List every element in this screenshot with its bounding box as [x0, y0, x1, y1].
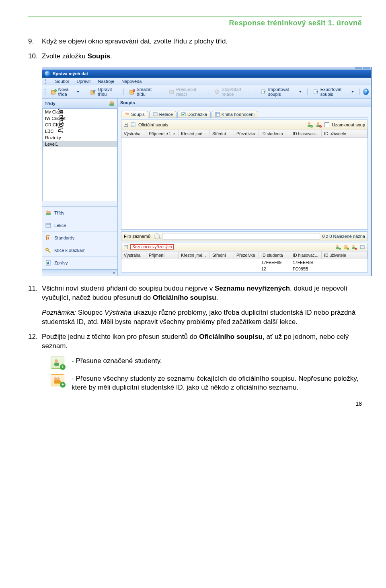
step-9-text: Když se objeví okno spravování dat, zvol… — [42, 37, 228, 46]
tab-relace[interactable]: Relace — [149, 111, 177, 118]
filter-label: Filtr záznamů: — [124, 234, 152, 239]
step-11-text: Všichni noví studenti přidaní do soupisu… — [42, 284, 362, 303]
svg-rect-56 — [360, 246, 364, 249]
classes-list[interactable]: My Class IW Cricket CRICKET LBC Roztoky … — [42, 109, 117, 201]
tb-help-icon[interactable]: ? — [363, 89, 369, 95]
main-tabs: Soupis Relace Docházka Kniha hodnoc — [121, 110, 368, 118]
filter-count: 0 z 0 Nalezené názna — [322, 234, 365, 239]
class-item[interactable]: My Class — [43, 109, 117, 115]
tab-dochazka[interactable]: Docházka — [177, 111, 211, 118]
svg-rect-24 — [48, 262, 49, 264]
svg-text:×: × — [133, 89, 135, 92]
col-surname[interactable]: Příjmení▲1 — [146, 130, 179, 137]
nav-sessions[interactable]: Lekce — [42, 219, 117, 232]
col-nickname[interactable]: Přezdívka — [234, 130, 259, 137]
svg-point-35 — [308, 122, 310, 125]
window-maximize[interactable] — [363, 67, 370, 69]
lock-label: Uzamknout soup — [332, 122, 365, 127]
svg-point-52 — [353, 245, 355, 247]
tb-stop-session: Stop/Start relace — [212, 87, 251, 97]
svg-rect-13 — [109, 103, 114, 106]
toolbar: + Nová třída Upravit třídu × Smazat tříd… — [42, 85, 371, 99]
remove-one-icon[interactable]: − — [316, 122, 322, 128]
class-item[interactable]: IW Cricket — [43, 115, 117, 122]
window-minimize[interactable] — [355, 67, 362, 69]
filter-input[interactable] — [162, 233, 320, 239]
collapse-icon[interactable]: − — [124, 123, 128, 127]
nav-classes[interactable]: Třídy — [42, 207, 117, 219]
import-icon — [261, 89, 267, 95]
tab-soupis[interactable]: Soupis — [121, 111, 148, 118]
pending-columns: Výstraha Příjmení Křestní jmé... Střední… — [121, 252, 368, 259]
menu-file[interactable]: Soubor — [55, 79, 69, 84]
classes-area-label: Plocha tříd — [57, 109, 64, 133]
step-number-12: 12. — [28, 332, 42, 351]
tb-delete-class[interactable]: × Smazat třídu — [127, 87, 160, 97]
svg-rect-44 — [336, 247, 339, 249]
menu-grip — [45, 79, 47, 84]
svg-rect-53 — [352, 247, 355, 249]
note-paragraph: Poznámka: Sloupec Výstraha ukazuje různé… — [42, 308, 362, 327]
menu-tools[interactable]: Nástroje — [98, 79, 114, 84]
move-one-icon[interactable]: + — [335, 244, 341, 250]
tab-kniha[interactable]: Kniha hodnocení — [211, 111, 259, 118]
tb-export[interactable]: Exportovat soupis — [311, 87, 357, 97]
tb-import[interactable]: Importovat soupis — [259, 87, 304, 97]
step-number-11: 11. — [28, 284, 42, 303]
official-roster-box: − Oficiální soupis + − Uzamknout soup Vý… — [121, 120, 368, 230]
pending-misc-icon[interactable] — [359, 244, 365, 250]
menu-help[interactable]: Nápověda — [121, 79, 142, 84]
svg-rect-32 — [131, 123, 135, 127]
tb-edit-class[interactable]: Upravit třídu — [88, 87, 120, 97]
move-selected-text: - Přesune označené studenty. — [72, 357, 162, 366]
svg-point-57 — [55, 359, 58, 363]
svg-rect-17 — [46, 223, 51, 227]
move-all-text: - Přesune všechny studenty ze seznamu če… — [72, 374, 362, 393]
class-item[interactable]: CRICKET — [43, 122, 117, 128]
svg-text:+: + — [347, 248, 349, 250]
pending-title: Seznam nevyřízených — [130, 244, 174, 250]
svg-rect-20 — [48, 237, 49, 239]
tab-kniha-icon — [215, 112, 220, 117]
svg-text:−: − — [355, 248, 357, 250]
nav-collapse[interactable]: » — [42, 269, 117, 276]
tb-new-class[interactable]: + Nová třída — [49, 87, 82, 97]
page-number: 18 — [28, 400, 362, 407]
svg-point-11 — [110, 101, 112, 103]
soupis-pane-header: Soupis — [118, 99, 371, 107]
window-title: Správa mých dat — [53, 71, 88, 76]
menu-edit[interactable]: Upravit — [76, 79, 90, 84]
col-firstname[interactable]: Křestní jmé... — [179, 130, 210, 137]
nav-answerkeys[interactable]: Klíče k otázkám — [42, 244, 117, 257]
col-studentid[interactable]: ID studenta — [259, 130, 290, 137]
col-warning[interactable]: Výstraha — [121, 130, 146, 137]
add-one-icon[interactable]: + — [307, 122, 313, 128]
svg-point-59 — [54, 377, 57, 380]
lock-checkbox[interactable] — [324, 122, 329, 127]
move-all-icon[interactable]: + — [343, 244, 349, 250]
class-item-selected[interactable]: Level1 — [43, 141, 117, 147]
doc-header-title: Response tréninkový sešit 1. úrovně — [28, 19, 362, 27]
edit-class-icon — [90, 89, 96, 95]
svg-rect-58 — [54, 363, 59, 366]
svg-point-39 — [317, 122, 319, 125]
stop-session-icon — [214, 89, 220, 95]
svg-text:+: + — [55, 89, 56, 92]
pending-remove-icon[interactable]: − — [351, 244, 357, 250]
nav-standards[interactable]: Standardy — [42, 232, 117, 244]
new-class-icon: + — [51, 89, 57, 95]
class-item[interactable]: LBC — [43, 128, 117, 134]
step-10-text: Zvolte záložku Soupis. — [42, 52, 112, 61]
move-session-icon — [169, 89, 175, 95]
col-middle[interactable]: Střední — [210, 130, 234, 137]
col-voterid[interactable]: ID hlasovac... — [290, 130, 322, 137]
col-userid[interactable]: ID uživatele — [322, 130, 368, 137]
nav-reports[interactable]: Zprávy — [42, 257, 117, 269]
pending-row[interactable]: 12 FC985B — [121, 266, 368, 272]
nav-classes-icon — [45, 209, 52, 217]
svg-rect-23 — [47, 262, 48, 264]
pending-row[interactable]: 17FEEF89 17FEEF89 — [121, 259, 368, 266]
svg-rect-61 — [54, 380, 61, 384]
class-item[interactable]: Roztoky — [43, 134, 117, 141]
collapse-icon[interactable]: − — [124, 245, 128, 249]
